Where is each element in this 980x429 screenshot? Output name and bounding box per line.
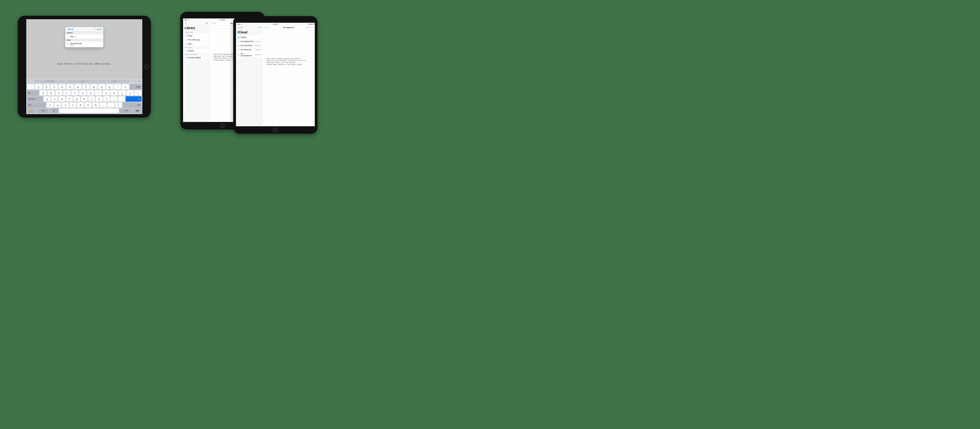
key[interactable]: e [56,90,62,96]
key[interactable]: n [85,102,92,108]
key[interactable]: o [103,90,110,96]
sidebar-footer: ⌕ ↓↑ [236,122,262,126]
key[interactable]: j [88,96,95,102]
suggestion-export-pdf[interactable]: ⌕ export PDF [34,80,65,83]
key[interactable]: d [59,96,65,102]
search-icon[interactable]: ⌕ [28,80,29,82]
key-shift[interactable]: shift [27,102,46,108]
key-numswitch[interactable]: .?123 [36,108,49,113]
key[interactable]: {[ [119,90,126,96]
key[interactable]: v [70,102,76,108]
key[interactable]: m [92,102,99,108]
key-tab[interactable]: tab [27,90,39,96]
key[interactable]: p [111,90,118,96]
key[interactable]: += [122,84,129,89]
key[interactable]: (9 [98,84,105,89]
key[interactable]: r [63,90,70,96]
file-row[interactable]: 🗎Get Comfortable.txt3:09 PM [236,52,262,58]
key[interactable]: s [51,96,58,102]
key[interactable]: y [79,90,86,96]
key[interactable]: c [62,102,69,108]
key[interactable]: h [81,96,88,102]
key[interactable]: i [95,90,102,96]
sidebar-item[interactable]: ▢iCloud› [183,34,209,38]
key[interactable]: x [54,102,61,108]
key[interactable]: ~` [27,84,34,89]
key[interactable]: ?/ [115,102,122,108]
edit-button[interactable]: Edit [258,27,261,29]
key[interactable]: :; [111,96,118,102]
command-icon[interactable]: ⌘ [138,80,141,82]
key[interactable]: t [72,90,78,96]
key[interactable]: u [87,90,94,96]
sidebar-item[interactable]: ▢Projects› [183,49,209,53]
dismiss-keyboard-key[interactable]: ⌨ [133,108,142,113]
key[interactable]: w [48,90,55,96]
clear-icon[interactable]: ⓧ [94,28,96,30]
key-numswitch[interactable]: .?123 [119,108,132,113]
key[interactable]: %5 [67,84,73,89]
search-icon[interactable]: ⌕ [185,119,186,121]
key[interactable]: _- [114,84,121,89]
sort-icon[interactable]: ↓↑ [259,123,261,125]
sidebar-item[interactable]: ▢Open…› [183,42,209,46]
key[interactable]: l [103,96,110,102]
document-icon: 🗎 [237,49,240,51]
sidebar-item[interactable]: ▢From Other Apps› [183,38,209,42]
key[interactable]: f [66,96,73,102]
chevron-right-icon: › [207,57,208,59]
key[interactable]: <, [100,102,107,108]
back-button[interactable]: ‹ Library [237,27,243,29]
search-icon[interactable]: ⌕ [237,123,239,125]
key[interactable]: ^6 [75,84,81,89]
home-button[interactable] [273,128,278,132]
file-result-row[interactable]: 🗎 Newest File.txt iCloud [65,41,103,47]
key[interactable]: q [40,90,47,96]
key[interactable]: a [44,96,50,102]
key[interactable]: b [77,102,84,108]
key[interactable]: #3 [51,84,58,89]
home-button[interactable] [220,123,225,128]
key-capslock[interactable]: caps lock [27,96,43,102]
key-space[interactable] [59,108,119,113]
search-input[interactable]: New [68,28,93,30]
key[interactable]: }] [127,90,134,96]
key[interactable]: *8 [90,84,97,89]
mic-key[interactable]: 🎤 [50,108,58,113]
chevron-up-icon[interactable]: ˄ [30,80,31,83]
key[interactable]: $4 [59,84,66,89]
settings-icon[interactable]: ⚙ [184,22,187,24]
suggestion-print[interactable]: ⌕ print [99,80,130,83]
undo-icon[interactable]: ↶ [130,80,133,82]
section-smart-folders: SMART FOLDERS [183,53,209,56]
file-row[interactable]: 🗎Get Organized.txt3:10 PM [236,40,262,43]
key[interactable]: g [73,96,80,102]
key[interactable]: z [47,102,54,108]
key[interactable]: )0 [106,84,113,89]
edit-button[interactable]: Edit [205,22,208,24]
key[interactable]: &7 [82,84,89,89]
document-body[interactable]: - Sync files between devices with iCloud… [262,30,315,66]
cloud-icon: ▢ [185,39,186,41]
key-go[interactable]: Go [126,96,142,102]
key[interactable]: @2 [43,84,50,89]
key[interactable]: !1 [35,84,42,89]
cancel-button[interactable]: Cancel [97,28,102,30]
redo-icon[interactable]: ↷ [134,80,137,82]
key[interactable]: >. [107,102,114,108]
key[interactable]: |\ [134,90,142,96]
key[interactable]: k [96,96,102,102]
sidebar-item[interactable]: ◫Recently Modified› [183,56,209,60]
home-button[interactable] [144,64,149,69]
file-row[interactable]: 🗎Get Focused.txt3:10 PM [236,43,262,48]
chevron-down-icon[interactable]: ˅ [32,80,33,83]
key[interactable]: "' [118,96,125,102]
emoji-key[interactable]: 😊 [27,108,35,113]
folder-row-projects[interactable]: ▣ Projects › [236,35,262,40]
key-delete[interactable]: delete [130,84,142,89]
file-row[interactable]: 🗎Get Started.txt3:09 PM [236,48,262,52]
key-shift[interactable]: shift [123,102,142,108]
action-new-file[interactable]: ✎ New File [65,34,103,38]
suggestion-notes[interactable]: ⌕ notes [66,80,97,83]
section-files: Files [65,38,103,41]
